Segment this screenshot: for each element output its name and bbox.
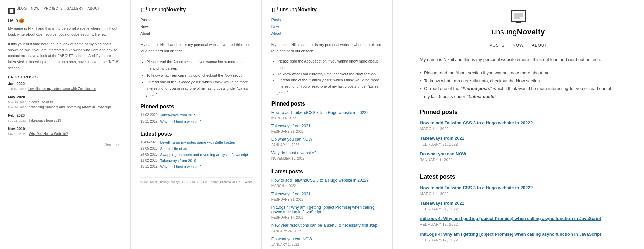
panel3-pinned-4: Why do I host a website? NOVEMBER 15, 20… <box>271 151 383 161</box>
panel1-nav-blog[interactable]: BLOG <box>17 7 27 10</box>
panel1-nav: BLOG NOW PROJECTS GALLERY ABOUT <box>17 7 100 10</box>
panel3-pinned-link-3[interactable]: Do what you can NOW <box>271 137 383 142</box>
panel4-latest-date-1: MARCH 4, 2022 <box>420 192 449 196</box>
panel4-title-prefix: unsung <box>492 28 517 36</box>
panel4-latest-date-3: FEBRUARY 17, 2022 <box>420 222 458 226</box>
panel4-pinned-heading: Pinned posts <box>420 109 617 116</box>
panel2-twitter[interactable]: Twitter <box>243 180 252 184</box>
panel2-pinned-heading: Pinned posts <box>140 103 252 110</box>
panel3-pinned-link-2[interactable]: Takeaways from 2021 <box>271 124 383 128</box>
panel3-pinned-1: How to add TailwindCSS 3 to a Hugo websi… <box>271 110 383 120</box>
about-link[interactable]: About <box>173 60 183 64</box>
panel4-pinned-link-2[interactable]: Takeaways from 2021 <box>420 136 617 141</box>
panel1-nav-gallery[interactable]: GALLERY <box>67 7 83 10</box>
panel3-latest-link-1[interactable]: How to add TailwindCSS 3 to a Hugo websi… <box>271 178 383 183</box>
panel4-pinned-2: Takeaways from 2021 FEBRUARY 21, 2022 <box>420 136 617 147</box>
panel2-latest-heading: Latest posts <box>140 131 252 137</box>
panel2-latest-4: 11-02-2020 Takeaways from 2019 <box>140 159 252 163</box>
panel1-nav-about[interactable]: ABOUT <box>88 7 100 10</box>
list-item: Or read one of the "Pinned posts" which … <box>146 79 252 98</box>
panel3-latest-5: Do what you can NOW JANUARY 1, 2022 <box>271 237 383 247</box>
panel4-pinned-3: Do what you can NOW JANUARY 1, 2022 <box>420 151 617 162</box>
list-item: To know what I am currently upto, checko… <box>420 77 617 85</box>
panel2-nav-about[interactable]: About <box>140 30 252 36</box>
panel3-latest-date-3: FEBRUARY 17, 2022 <box>271 216 304 219</box>
panel1-nav-now[interactable]: NOW <box>31 7 40 10</box>
panel4-latest-2: Takeaways from 2021 FEBRUARY 21, 2022 <box>420 201 617 211</box>
panel4-latest-link-1[interactable]: How to add Tailwind CSS 3 to a Hugo webs… <box>420 185 617 190</box>
list-item: To know what I am currently upto, checko… <box>146 72 252 79</box>
panel3-intro-list: Please read the About section if you wan… <box>271 58 383 96</box>
list-item: Or read one of the "Pinned posts" which … <box>278 77 383 96</box>
panel1-month-may: May. 2020 <box>8 95 122 99</box>
panel3-latest-link-4[interactable]: New year resolutions can be a useful & n… <box>271 223 383 228</box>
panel1-date: Nov 15, 2019 <box>8 132 26 136</box>
panel4-site-title: unsungNovelty <box>420 28 617 36</box>
panel1-month-nov: Nov. 2019 <box>8 127 122 131</box>
now-link[interactable]: Now <box>225 73 232 77</box>
panel2-latest-link-1[interactable]: Levelling up my notes game with Zettelka… <box>160 140 235 144</box>
panel3-latest-link-5[interactable]: Do what you can NOW <box>271 237 383 241</box>
panel2-latest-1: 15-06-2020 Levelling up my notes game wi… <box>140 140 252 144</box>
panel3-pinned-2: Takeaways from 2021 FEBRUARY 21, 2022 <box>271 124 383 134</box>
panel3-pinned-link-1[interactable]: How to add TailwindCSS 3 to a Hugo websi… <box>271 110 383 115</box>
panel3-site-title: ¡¡¡! unsungNovelty <box>271 7 383 13</box>
panel2-site-title: ¡¡¡! unsungNovelty <box>140 7 252 13</box>
panel4-nav-posts[interactable]: POSTS <box>489 43 505 48</box>
panel1-logo-area: BLOG NOW PROJECTS GALLERY ABOUT <box>8 7 122 15</box>
panel3-intro: My name is Nikhil and this is my persona… <box>271 42 383 54</box>
panel2-latest-5: 15-11-2019 Why do I host a website? <box>140 165 252 169</box>
panel2-copyright: ©2020 Nikhil(unsungNovelty) | CC BY-NC-N… <box>140 180 240 184</box>
list-item: May 29, 2020 Secret Life of #s <box>8 100 122 104</box>
panel4-pinned-1: How to add Tailwind CSS 3 to a Hugo webs… <box>420 120 617 131</box>
panel3-nav: Posts Now About <box>271 17 383 36</box>
panel3-latest-link-2[interactable]: Takeaways from 2021 <box>271 192 383 196</box>
panel2-latest-3: 24-05-2020 Swapping numbers and reversin… <box>140 153 252 157</box>
panel1-feb2020: Feb. 2020 Feb 11, 2020 Takeaways from 20… <box>8 113 122 123</box>
panel2-pinned-link-2[interactable]: Why do I host a website? <box>160 120 202 124</box>
panel2-latest-link-5[interactable]: Why do I host a website? <box>160 165 202 169</box>
panel2-latest-link-2[interactable]: Secret Life of #s <box>160 147 187 151</box>
panel1-post-link[interactable]: Why Do I Host a Website? <box>29 132 68 136</box>
panel4-latest-link-2[interactable]: Takeaways from 2021 <box>420 201 617 206</box>
panel3-latest-date-2: FEBRUARY 21, 2022 <box>271 198 304 201</box>
panel1-post-link[interactable]: Secret Life of #s <box>29 100 53 104</box>
panel4-pinned-link-3[interactable]: Do what you can NOW <box>420 151 617 156</box>
panel3-title-prefix: ¡¡¡! unsung <box>271 7 297 12</box>
panel2-latest-date-5: 15-11-2019 <box>140 165 157 169</box>
panel4-latest-heading: Latest posts <box>420 173 617 180</box>
about-link[interactable]: About <box>304 59 314 63</box>
panel1-post-link[interactable]: Levelling up my notes game with Zettelka… <box>28 87 96 91</box>
panel2-latest-2: 29-05-2020 Secret Life of #s <box>140 147 252 151</box>
panel3-nav-about[interactable]: About <box>271 30 383 36</box>
panel2-latest-date-2: 29-05-2020 <box>140 147 157 151</box>
panel1-post-link[interactable]: Takeaways from 2019 <box>29 119 61 122</box>
panel2-nav-now[interactable]: Now <box>140 24 252 30</box>
panel2-pinned-link-1[interactable]: Takeaways from 2019 <box>160 113 196 117</box>
panel3-latest-link-3[interactable]: initLogs 4: Why am I getting [object Pro… <box>271 205 383 214</box>
panel1-see-more[interactable]: See more .. <box>8 143 122 147</box>
panel-3: ¡¡¡! unsungNovelty Posts Now About My na… <box>262 0 393 249</box>
panel3-nav-posts[interactable]: Posts <box>271 17 383 23</box>
panel4-latest-link-3[interactable]: initLogs 4: Why am I getting [object Pro… <box>420 216 617 221</box>
panel4-latest-1: How to add Tailwind CSS 3 to a Hugo webs… <box>420 185 617 196</box>
panel4-pinned-link-1[interactable]: How to add Tailwind CSS 3 to a Hugo webs… <box>420 120 617 125</box>
panel4-nav-about[interactable]: ABOUT <box>532 43 547 48</box>
panel1-date: Feb 11, 2020 <box>8 119 26 122</box>
panel3-nav-now[interactable]: Now <box>271 24 383 30</box>
panel2-nav-posts[interactable]: Posts <box>140 17 252 23</box>
panel1-nav-projects[interactable]: PROJECTS <box>44 7 63 10</box>
list-item: Or read one of the "Pinned posts" which … <box>420 85 617 100</box>
panel2-latest-date-3: 24-05-2020 <box>140 153 157 157</box>
panel3-pinned-link-4[interactable]: Why do I host a website? <box>271 151 383 155</box>
panel3-latest-2: Takeaways from 2021 FEBRUARY 21, 2022 <box>271 192 383 202</box>
panel3-pinned-date-4: NOVEMBER 15, 2019 <box>271 157 305 160</box>
panel1-post-link[interactable]: Swapping Numbers and Reversing Arrays in… <box>29 105 111 109</box>
panel2-latest-link-3[interactable]: Swapping numbers and reversing arrays in… <box>160 153 248 157</box>
panel4-latest-link-4[interactable]: initLogs 4: Why am I getting [object Pro… <box>420 232 617 237</box>
panel3-latest-3: initLogs 4: Why am I getting [object Pro… <box>271 205 383 220</box>
panel2-latest-link-4[interactable]: Takeaways from 2019 <box>160 159 196 163</box>
panel4-nav-now[interactable]: NOW <box>513 43 524 48</box>
now-link[interactable]: Now <box>355 72 363 76</box>
panel1-intro: My name is Nikhil and this is my persona… <box>8 26 122 37</box>
